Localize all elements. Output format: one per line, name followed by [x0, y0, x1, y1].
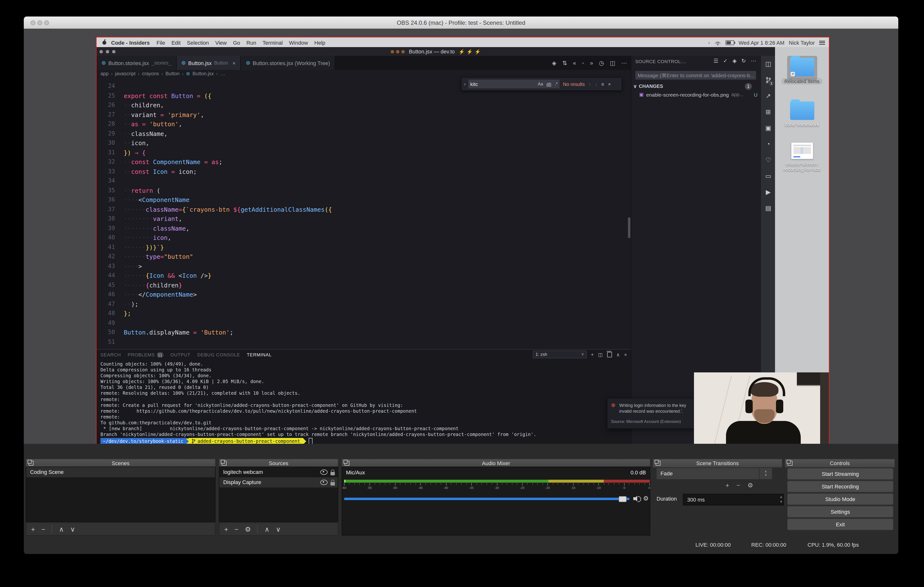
menu-item-help[interactable]: Help	[314, 40, 325, 45]
terminal-prompt[interactable]: ~/dev/dev.to/storybook-staticadded-crayo…	[101, 438, 627, 444]
controls-header[interactable]: Controls	[785, 459, 895, 468]
play-icon[interactable]: ▶	[761, 184, 776, 200]
transition-properties-gear-icon[interactable]: ⚙	[747, 482, 753, 489]
sources-panel-header[interactable]: Sources	[219, 459, 338, 468]
obs-titlebar[interactable]: OBS 24.0.6 (mac) - Profile: test - Scene…	[24, 17, 898, 29]
vscode-minimize-button[interactable]	[106, 50, 109, 53]
refresh-icon[interactable]: ↻	[741, 58, 746, 64]
maximize-panel-icon[interactable]: ∧	[616, 352, 620, 357]
breadcrumb-item[interactable]: app	[101, 71, 109, 76]
git-compare-icon[interactable]: ◈	[733, 58, 737, 64]
folder-icon[interactable]: ▭	[761, 168, 776, 184]
view-as-tree-icon[interactable]: ☰	[713, 58, 718, 64]
studio-mode-button[interactable]: Studio Mode	[787, 493, 893, 505]
find-input[interactable]: kitc Aa ab .*	[468, 79, 559, 88]
volume-slider-handle[interactable]	[619, 496, 627, 502]
vscode-titlebar[interactable]: Button.jsx — dev.to ⚡ ⚡ ⚡	[97, 47, 775, 56]
panel-tab-problems[interactable]: PROBLEMS11	[128, 352, 163, 357]
move-up-icon[interactable]: ∧	[264, 525, 270, 533]
vscode-notification-toast[interactable]: ⊗ Writing login information to the key i…	[607, 398, 695, 429]
source-properties-gear-icon[interactable]: ⚙	[245, 525, 251, 533]
battery-icon[interactable]	[726, 40, 734, 45]
share-icon[interactable]: ↗	[761, 88, 776, 104]
menu-item-window[interactable]: Window	[289, 40, 308, 45]
lock-icon[interactable]	[330, 472, 335, 475]
menubar-clock[interactable]: Wed Apr 1 8:26 AM	[739, 40, 784, 45]
match-case-icon[interactable]: Aa	[538, 81, 543, 86]
audio-mixer-header[interactable]: Audio Mixer	[342, 459, 650, 468]
scene-row[interactable]: Coding Scene	[26, 467, 215, 477]
move-down-icon[interactable]: ∨	[276, 525, 281, 533]
kill-terminal-icon[interactable]	[607, 352, 612, 357]
apple-menu-icon[interactable]	[102, 41, 106, 45]
breadcrumb-item[interactable]: Button	[165, 71, 180, 76]
more-actions-icon[interactable]: ⋯	[751, 58, 756, 64]
add-scene-icon[interactable]: +	[31, 525, 35, 533]
code-editor[interactable]: 2425export const Button = ({26··children…	[97, 77, 631, 354]
volume-slider[interactable]	[344, 496, 629, 501]
menu-item-edit[interactable]: Edit	[171, 40, 180, 45]
visibility-eye-icon[interactable]	[320, 480, 328, 485]
commit-icon[interactable]: ✓	[723, 58, 728, 64]
settings-button[interactable]: Settings	[787, 506, 893, 518]
spinner-arrows[interactable]: ∧∨	[780, 495, 782, 503]
breadcrumb-item[interactable]: crayons	[142, 71, 159, 76]
tab-Button.stories.jsx[interactable]: ⊛Button.stories.jsx_stories_	[97, 56, 177, 70]
heart-icon[interactable]: ♡	[761, 152, 776, 168]
menubar-user[interactable]: Nick Taylor	[789, 40, 815, 45]
next-change-icon[interactable]: »	[590, 60, 593, 66]
panel-tab-search[interactable]: SEARCH	[101, 352, 121, 357]
panel-tab-output[interactable]: OUTPUT	[170, 352, 190, 357]
whole-word-icon[interactable]: ab	[546, 81, 551, 86]
desktop-icon-corie-homework[interactable]: corie homework	[775, 101, 829, 127]
notification-center-icon[interactable]	[819, 41, 825, 45]
breadcrumb-item[interactable]: …	[220, 71, 225, 76]
book-icon[interactable]: ▤	[761, 200, 776, 216]
changes-section[interactable]: ∨ CHANGES 1	[633, 83, 757, 90]
sync-changes-icon[interactable]: ⇅	[562, 60, 567, 66]
find-close-icon[interactable]: ×	[608, 81, 611, 87]
find-prev-icon[interactable]: ↑	[589, 81, 591, 87]
move-down-icon[interactable]: ∨	[70, 525, 75, 533]
menu-item-file[interactable]: File	[157, 40, 165, 45]
tab-close-icon[interactable]: ×	[233, 60, 236, 66]
more-actions-icon[interactable]: ⋯	[621, 60, 627, 66]
source-control-icon[interactable]: 1	[761, 72, 776, 88]
menu-item-run[interactable]: Run	[246, 40, 256, 45]
panel-tab-debug-console[interactable]: DEBUG CONSOLE	[197, 352, 240, 357]
speaker-icon[interactable]	[633, 495, 641, 502]
git-compare-icon[interactable]: ◈	[552, 60, 556, 66]
display-capture-preview[interactable]: Code - Insiders FileEditSelectionViewGoR…	[96, 37, 829, 453]
shell-selector[interactable]: 1: zsh	[533, 351, 586, 358]
pie-icon[interactable]: ◔	[761, 136, 776, 152]
panel-tab-terminal[interactable]: TERMINAL	[247, 352, 272, 357]
commit-message-input[interactable]: Message (⌘Enter to commit on 'added-cray…	[635, 71, 756, 79]
start-streaming-button[interactable]: Start Streaming	[787, 468, 893, 480]
remove-scene-icon[interactable]: −	[41, 525, 45, 533]
image-icon[interactable]: ▣	[761, 120, 776, 136]
remove-source-icon[interactable]: −	[234, 525, 238, 533]
extensions-grid-icon[interactable]: ⊞	[761, 104, 776, 120]
lock-icon[interactable]	[330, 482, 335, 485]
select-arrows[interactable]: ∧∨	[759, 468, 772, 481]
desktop-icon-relocated-items[interactable]: Relocated Items	[775, 58, 829, 84]
new-terminal-icon[interactable]: +	[591, 352, 594, 357]
regex-icon[interactable]: .*	[555, 81, 558, 86]
gutter-icon[interactable]: ◦	[582, 60, 584, 66]
start-recording-button[interactable]: Start Recording	[787, 481, 893, 492]
vscode-close-button[interactable]	[99, 50, 103, 53]
source-row[interactable]: logitech webcam	[219, 467, 338, 477]
changed-file-row[interactable]: ▣ enable-screen-recording-for-obs.png ap…	[639, 91, 759, 98]
move-up-icon[interactable]: ∧	[59, 525, 64, 533]
visibility-eye-icon[interactable]	[320, 470, 328, 475]
breadcrumb[interactable]: app›javascript›crayons›Button›⊛Button.js…	[101, 70, 225, 77]
transition-select[interactable]: Fade ∧∨	[656, 468, 772, 480]
desktop-icon-screenshot[interactable]: enable-screen-recording-for-obs	[775, 142, 829, 172]
audio-settings-gear-icon[interactable]: ⚙	[643, 495, 648, 502]
split-terminal-icon[interactable]: ◫	[598, 352, 603, 357]
wifi-icon[interactable]	[714, 40, 721, 45]
pages-icon[interactable]: ◫	[761, 56, 776, 72]
remove-transition-icon[interactable]: −	[736, 482, 740, 489]
close-panel-icon[interactable]: ×	[624, 352, 627, 357]
terminal-output[interactable]: Counting objects: 100% (49/49), done.Del…	[101, 361, 627, 444]
